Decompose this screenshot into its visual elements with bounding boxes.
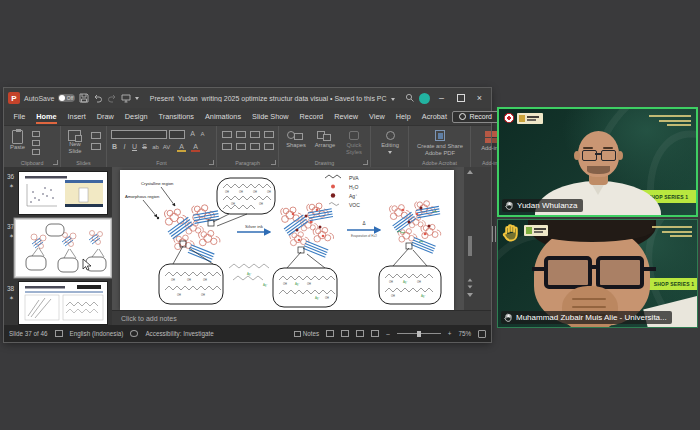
tab-file[interactable]: File — [8, 110, 31, 123]
user-avatar[interactable] — [419, 93, 430, 104]
scrollbar-thumb[interactable] — [468, 236, 472, 256]
save-icon[interactable] — [79, 93, 89, 103]
previous-slide-icon[interactable] — [468, 278, 473, 281]
character-spacing-icon[interactable]: ab — [151, 144, 160, 150]
font-name-select[interactable] — [111, 130, 167, 139]
reset-slide-icon[interactable] — [91, 143, 101, 150]
columns-icon[interactable] — [264, 143, 274, 150]
paste-button[interactable]: Paste — [10, 130, 25, 152]
fit-slide-icon[interactable] — [478, 330, 486, 338]
slide-layout-icon[interactable] — [91, 132, 101, 139]
highlight-color-button[interactable]: A — [177, 143, 186, 152]
tab-view[interactable]: View — [364, 110, 391, 123]
font-color-button[interactable]: A — [191, 143, 200, 152]
create-pdf-button[interactable]: Create and ShareAdobe PDF — [413, 130, 467, 156]
slide-indicator: Slide 37 of 46 — [9, 330, 48, 337]
notes-pane[interactable]: Click to add notes — [112, 310, 491, 325]
strikethrough-button[interactable]: S — [140, 143, 149, 150]
font-dialog-launcher-icon[interactable] — [209, 160, 214, 165]
tab-acrobat[interactable]: Acrobat — [416, 110, 452, 123]
align-left-icon[interactable] — [222, 143, 232, 150]
decrease-font-icon[interactable]: A — [198, 131, 207, 137]
slideshow-view-icon[interactable] — [371, 330, 379, 337]
zoom-slider-thumb[interactable] — [417, 331, 421, 337]
editing-button[interactable]: Editing — [376, 131, 404, 154]
slide-thumbnail-36[interactable] — [19, 172, 107, 214]
italic-button[interactable]: I — [120, 143, 129, 150]
tab-animations[interactable]: Animations — [199, 110, 246, 123]
bullets-icon[interactable] — [222, 131, 232, 138]
clipboard-dialog-launcher-icon[interactable] — [53, 160, 58, 165]
zoom-level[interactable]: 75% — [458, 330, 471, 337]
reading-view-icon[interactable] — [356, 330, 364, 337]
tab-home[interactable]: Home — [31, 110, 62, 123]
slide-thumbnail-37[interactable] — [16, 220, 110, 276]
next-slide-icon[interactable] — [468, 285, 473, 288]
participant-tile-1[interactable]: SHOP SERIES 1 Yudan Whulanza — [497, 107, 698, 217]
group-clipboard: Paste Clipboard — [4, 126, 61, 167]
undo-icon[interactable] — [93, 93, 103, 103]
zoom-out-icon[interactable]: – — [386, 330, 390, 337]
font-size-select[interactable] — [169, 130, 185, 139]
quick-access-chevron-icon[interactable] — [135, 97, 139, 100]
tab-help[interactable]: Help — [390, 110, 416, 123]
record-button[interactable]: Record — [452, 111, 499, 123]
tab-insert[interactable]: Insert — [62, 110, 91, 123]
svg-text:OH: OH — [307, 282, 311, 286]
copy-icon[interactable] — [32, 140, 40, 146]
numbering-icon[interactable] — [236, 131, 246, 138]
align-center-icon[interactable] — [236, 143, 246, 150]
panel-resize-grip[interactable] — [492, 226, 496, 242]
svg-text:OH: OH — [417, 280, 421, 284]
start-slideshow-icon[interactable] — [121, 93, 131, 103]
maximize-button[interactable] — [453, 91, 468, 105]
vertical-scrollbar[interactable] — [465, 169, 475, 308]
scroll-up-icon[interactable] — [467, 170, 473, 174]
paragraph-dialog-launcher-icon[interactable] — [271, 160, 276, 165]
workshop-banner: SHOP SERIES 1 — [648, 278, 698, 290]
search-icon[interactable] — [405, 93, 415, 103]
align-right-icon[interactable] — [250, 143, 260, 150]
zoom-in-icon[interactable]: + — [448, 330, 452, 337]
amorphous-region-label: Amorphous region — [125, 194, 160, 199]
close-button[interactable]: × — [472, 91, 487, 105]
document-title[interactable]: Present_Yudan_writing 2025 optimize stru… — [143, 95, 401, 102]
tab-review[interactable]: Review — [329, 110, 364, 123]
svg-text:OH: OH — [253, 190, 257, 194]
svg-text:OH: OH — [231, 202, 235, 206]
bold-button[interactable]: B — [110, 143, 119, 150]
change-case-icon[interactable]: AV — [162, 144, 171, 150]
arrange-button[interactable]: Arrange — [311, 130, 339, 149]
slide-editing-surface[interactable]: PVA H₂O Ag⁺ VOC — [120, 170, 454, 310]
autosave-toggle[interactable]: Off — [58, 94, 75, 102]
indent-icon[interactable] — [250, 131, 260, 138]
record-dot-icon — [459, 113, 466, 120]
legend-h2o-icon — [331, 185, 335, 189]
participant-tile-2[interactable]: SHOP SERIES 1 — [497, 219, 698, 328]
increase-font-icon[interactable]: A — [188, 130, 197, 137]
zoom-slider[interactable] — [397, 333, 441, 334]
tab-slideshow[interactable]: Slide Show — [247, 110, 295, 123]
quick-styles-button[interactable]: QuickStyles — [341, 130, 367, 155]
scroll-down-icon[interactable] — [467, 293, 473, 297]
drawing-dialog-launcher-icon[interactable] — [363, 160, 368, 165]
line-spacing-icon[interactable] — [264, 131, 274, 138]
tab-draw[interactable]: Draw — [91, 110, 119, 123]
minimize-button[interactable]: – — [434, 91, 449, 105]
slide-sorter-view-icon[interactable] — [341, 330, 349, 337]
cut-icon[interactable] — [32, 131, 40, 137]
new-slide-button[interactable]: NewSlide — [65, 130, 85, 154]
underline-button[interactable]: U — [130, 143, 139, 150]
tab-design[interactable]: Design — [119, 110, 153, 123]
display-settings-icon[interactable] — [55, 330, 63, 337]
shapes-button[interactable]: Shapes — [283, 130, 309, 149]
tab-record[interactable]: Record — [294, 110, 329, 123]
normal-view-icon[interactable] — [326, 330, 334, 337]
accessibility-status[interactable]: Accessibility: Investigate — [145, 330, 213, 337]
format-painter-icon[interactable] — [32, 149, 40, 155]
slide-thumbnail-38[interactable] — [19, 282, 107, 324]
redo-icon[interactable] — [107, 93, 117, 103]
notes-toggle[interactable]: Notes — [294, 330, 319, 337]
tab-transitions[interactable]: Transitions — [153, 110, 199, 123]
language-status[interactable]: English (Indonesia) — [70, 330, 124, 337]
